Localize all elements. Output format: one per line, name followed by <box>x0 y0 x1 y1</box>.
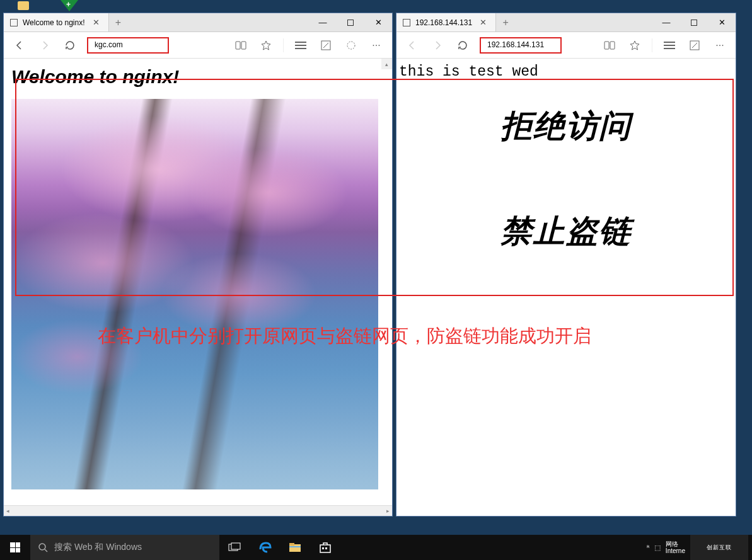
page-content-left: ▴ Welcome to nginx! <box>4 59 392 505</box>
close-tab-icon[interactable]: ✕ <box>477 18 489 27</box>
tab-active[interactable]: 192.168.144.131 ✕ <box>396 13 496 31</box>
horizontal-scrollbar[interactable]: ◂▸ <box>4 505 392 516</box>
maximize-button[interactable] <box>680 14 708 31</box>
forward-button[interactable] <box>427 35 448 56</box>
svg-rect-12 <box>289 546 301 547</box>
back-button[interactable] <box>402 35 423 56</box>
scroll-up-button[interactable]: ▴ <box>381 59 392 69</box>
svg-rect-0 <box>236 42 240 49</box>
toolbar: kgc.com ··· <box>4 32 392 59</box>
browser-window-right: 192.168.144.131 ✕ + — ✕ 192.168.144.131 … <box>396 13 736 517</box>
hub-icon[interactable] <box>659 35 680 56</box>
forward-button[interactable] <box>34 35 55 56</box>
search-placeholder: 搜索 Web 和 Windows <box>54 542 142 553</box>
maximize-button[interactable] <box>337 14 364 31</box>
webnote-icon[interactable] <box>684 35 705 56</box>
page-icon <box>403 19 410 26</box>
svg-rect-4 <box>604 42 609 49</box>
reading-view-icon[interactable] <box>599 35 620 56</box>
svg-point-7 <box>39 544 45 550</box>
tab-active[interactable]: Welcome to nginx! ✕ <box>4 13 109 31</box>
svg-rect-14 <box>322 547 324 549</box>
desktop-shield-icon[interactable] <box>61 0 78 11</box>
svg-rect-9 <box>231 543 240 549</box>
edge-icon[interactable] <box>250 535 280 560</box>
back-button[interactable] <box>9 35 30 56</box>
close-window-button[interactable]: ✕ <box>364 14 392 31</box>
svg-point-3 <box>347 42 355 49</box>
explorer-icon[interactable] <box>280 535 310 560</box>
refresh-button[interactable] <box>59 35 81 56</box>
svg-rect-1 <box>241 42 246 49</box>
hub-icon[interactable] <box>290 35 311 56</box>
svg-rect-11 <box>289 543 294 546</box>
window-controls: — ✕ <box>309 14 392 31</box>
svg-rect-15 <box>325 547 327 549</box>
favorites-icon[interactable] <box>255 35 277 56</box>
refresh-button[interactable] <box>452 35 473 56</box>
task-icons <box>219 535 340 560</box>
address-bar[interactable]: kgc.com <box>87 37 169 54</box>
tray-up-icon[interactable]: ᴿ <box>647 544 649 551</box>
toolbar: 192.168.144.131 ··· <box>396 32 736 59</box>
network-status[interactable]: 网络 Interne <box>666 540 685 554</box>
cherry-blossom-image <box>11 99 378 489</box>
tab-title: Welcome to nginx! <box>23 18 85 27</box>
brand-logo: 创新互联 <box>690 535 748 560</box>
webnote-icon[interactable] <box>315 35 337 56</box>
tab-bar: Welcome to nginx! ✕ + — ✕ <box>4 13 392 32</box>
page-heading: Welcome to nginx! <box>11 66 385 88</box>
browser-window-left: Welcome to nginx! ✕ + — ✕ kgc.com ··· ▴ … <box>3 13 393 517</box>
search-icon <box>38 542 48 552</box>
tab-title: 192.168.144.131 <box>415 18 472 27</box>
address-bar[interactable]: 192.168.144.131 <box>480 37 562 54</box>
more-icon[interactable]: ··· <box>366 35 387 56</box>
window-controls: — ✕ <box>652 14 736 31</box>
denied-text-2: 禁止盗链 <box>399 210 733 253</box>
annotation-text: 在客户机中分别打开原网页与盗链网页，防盗链功能成功开启 <box>98 321 703 350</box>
new-tab-button[interactable]: + <box>109 17 128 28</box>
page-content-right: this is test wed 拒绝访问 禁止盗链 <box>396 59 736 516</box>
test-text: this is test wed <box>399 64 733 80</box>
close-window-button[interactable]: ✕ <box>708 14 736 31</box>
tray-divider: ⬚ <box>654 544 661 552</box>
start-button[interactable] <box>0 535 30 560</box>
task-view-icon[interactable] <box>219 535 250 560</box>
desktop-folder-icon[interactable] <box>18 1 29 10</box>
system-tray: ᴿ ⬚ 网络 Interne 创新互联 <box>647 535 752 560</box>
reading-view-icon[interactable] <box>230 35 252 56</box>
more-icon[interactable]: ··· <box>709 35 731 56</box>
share-icon[interactable] <box>340 35 362 56</box>
minimize-button[interactable]: — <box>309 14 337 31</box>
search-box[interactable]: 搜索 Web 和 Windows <box>30 535 219 560</box>
close-tab-icon[interactable]: ✕ <box>90 18 102 27</box>
minimize-button[interactable]: — <box>652 14 680 31</box>
denied-text-1: 拒绝访问 <box>399 105 733 147</box>
svg-rect-5 <box>610 42 615 49</box>
tab-bar: 192.168.144.131 ✕ + — ✕ <box>396 13 736 32</box>
page-icon <box>10 19 18 26</box>
store-icon[interactable] <box>310 535 340 560</box>
taskbar: 搜索 Web 和 Windows ᴿ ⬚ 网络 Interne 创新互联 <box>0 535 752 560</box>
favorites-icon[interactable] <box>624 35 645 56</box>
new-tab-button[interactable]: + <box>496 17 515 28</box>
